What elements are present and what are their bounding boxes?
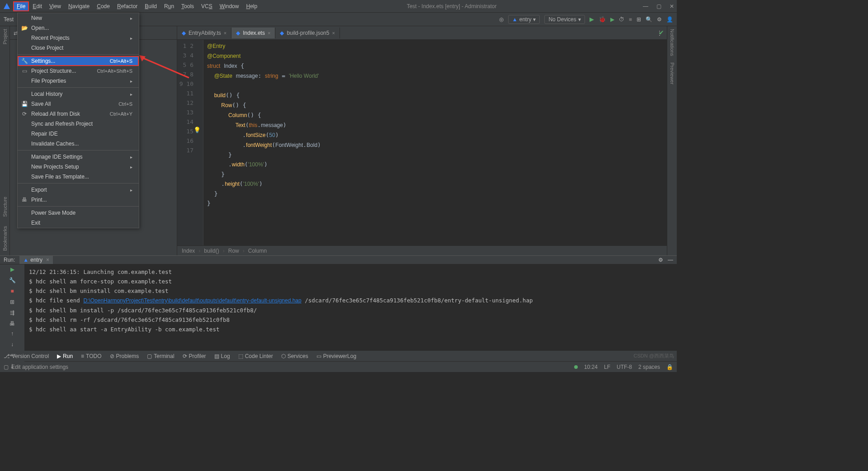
down-icon[interactable]: ↓ [11,341,14,348]
file-menu-exit[interactable]: Exit [18,218,139,228]
fold-column [197,40,203,245]
status-line-ending[interactable]: LF [604,364,610,370]
layout-icon[interactable]: ⊞ [10,299,14,305]
editor-tabs: ◆EntryAbility.ts×◆Index.ets×◆build-profi… [177,26,667,40]
file-menu-manage-ide-settings[interactable]: Manage IDE Settings▸ [18,152,139,162]
file-menu-new[interactable]: New▸ [18,13,139,23]
run-config-selector[interactable]: ▲entry▾ [508,15,540,24]
tool-code-linter[interactable]: ⬚Code Linter [238,353,273,359]
notifications-tab[interactable]: Notifications [670,29,675,56]
status-icon[interactable]: ▢ [4,364,9,370]
filter-icon[interactable]: ⇶ [10,310,14,316]
menu-file[interactable]: File [14,2,28,11]
menu-tools[interactable]: Tools [178,2,197,11]
tool-previewerlog[interactable]: ▭PreviewerLog [316,353,356,359]
analysis-ok-icon[interactable]: ✔ [659,29,664,36]
file-menu-save-file-as-template-[interactable]: Save File as Template... [18,172,139,182]
maximize-button[interactable]: ▢ [656,3,661,9]
structure-tab[interactable]: Structure [2,197,8,217]
menu-window[interactable]: Window [217,2,242,11]
run-hide-icon[interactable]: — [668,257,673,263]
crumb-Row[interactable]: Row [228,248,239,254]
file-menu-repair-ide[interactable]: Repair IDE [18,129,139,139]
up-icon[interactable]: ↑ [11,330,14,337]
status-readonly-icon[interactable]: 🔒 [666,364,673,370]
run-panel-label: Run: [4,257,15,263]
debug-icon[interactable]: 🐞 [599,16,606,23]
tab-build-profile-json5[interactable]: ◆build-profile.json5× [275,28,340,38]
device-selector[interactable]: No Devices▾ [544,15,585,24]
settings-icon[interactable]: ⚙ [657,16,662,23]
status-dot-icon [574,365,578,369]
file-menu-sync-and-refresh-project[interactable]: Sync and Refresh Project [18,119,139,129]
file-menu-dropdown: New▸📂Open...Recent Projects▸Close Projec… [17,13,139,228]
status-indent[interactable]: 2 spaces [638,364,660,370]
file-menu-local-history[interactable]: Local History▸ [18,89,139,99]
file-menu-print-[interactable]: 🖶Print... [18,195,139,205]
file-menu-power-save-mode[interactable]: Power Save Mode [18,208,139,218]
file-menu-file-properties[interactable]: File Properties▸ [18,76,139,86]
file-menu-invalidate-caches-[interactable]: Invalidate Caches... [18,139,139,149]
crumb-Index[interactable]: Index [182,248,195,254]
profile-icon[interactable]: ⏱ [619,16,624,23]
left-tool-strip: Project Structure Bookmarks [0,26,10,255]
avatar-icon[interactable]: 👤 [666,16,673,23]
status-charset[interactable]: UTF-8 [617,364,632,370]
run-panel: Run: ▲entry× ⚙ — ▶ 🔧 ■ ⊞ ⇶ 🖶 ↑ ↓ ↩ ⤓ ✎ 🗑… [0,255,677,350]
menu-refactor[interactable]: Refactor [114,2,141,11]
tool-log[interactable]: ▤Log [214,353,230,359]
tool-version-control[interactable]: ⎇Version Control [4,353,49,359]
sync-icon[interactable]: ⊞ [637,16,641,23]
intention-bulb-icon[interactable]: 💡 [193,125,201,135]
tool-problems[interactable]: ⊘Problems [110,353,139,359]
print-icon[interactable]: 🖶 [9,320,15,327]
code-breadcrumbs[interactable]: Index›build()›Row›Column [177,245,667,255]
run-gear-icon[interactable]: ⚙ [658,257,663,263]
file-menu-recent-projects[interactable]: Recent Projects▸ [18,33,139,43]
minimize-button[interactable]: — [643,3,648,9]
wrench-icon[interactable]: 🔧 [9,277,16,283]
menu-help[interactable]: Help [243,2,260,11]
menu-edit[interactable]: Edit [29,2,45,11]
file-menu-reload-all-from-disk[interactable]: ⟳Reload All from DiskCtrl+Alt+Y [18,109,139,119]
tool-run[interactable]: ▶Run [57,353,73,359]
code-editor[interactable]: 💡@Entry @Component struct Index { @State… [203,40,667,245]
file-menu-settings-[interactable]: 🔧Settings...Ctrl+Alt+S [18,56,139,66]
tool-profiler[interactable]: ⟳Profiler [183,353,206,359]
line-gutter: 1 2 3 4 5 6 7 8 9 10 11 12 13 14 15 16 1… [177,40,197,245]
menu-vcs[interactable]: VCS [198,2,216,11]
menu-code[interactable]: Code [94,2,113,11]
menu-navigate[interactable]: Navigate [65,2,93,11]
menu-run[interactable]: Run [161,2,177,11]
tool-terminal[interactable]: ▢Terminal [147,353,174,359]
rerun-icon[interactable]: ▶ [10,266,14,273]
menu-view[interactable]: View [46,2,64,11]
file-menu-close-project[interactable]: Close Project [18,43,139,53]
menubar: FileEditViewNavigateCodeRefactorBuildRun… [14,2,260,11]
run-tab-entry[interactable]: ▲entry× [19,256,53,264]
stop-icon[interactable]: ■ [629,16,632,23]
close-button[interactable]: ✕ [670,3,674,9]
project-tab[interactable]: Project [2,29,8,44]
target-icon[interactable]: ◎ [499,16,504,23]
tab-Index-ets[interactable]: ◆Index.ets× [231,28,275,38]
file-menu-export[interactable]: Export▸ [18,185,139,195]
bookmarks-tab[interactable]: Bookmarks [2,226,8,251]
stop-run-icon[interactable]: ■ [10,288,14,294]
breadcrumb[interactable]: Test [4,16,14,23]
previewer-tab[interactable]: Previewer [670,62,675,85]
crumb-build()[interactable]: build() [204,248,219,254]
menu-build[interactable]: Build [142,2,160,11]
tool-services[interactable]: ⬡Services [281,353,308,359]
file-menu-new-projects-setup[interactable]: New Projects Setup▸ [18,162,139,172]
crumb-Column[interactable]: Column [248,248,267,254]
run-icon[interactable]: ▶ [590,16,594,23]
tab-EntryAbility-ts[interactable]: ◆EntryAbility.ts× [177,28,231,38]
file-menu-open-[interactable]: 📂Open... [18,23,139,33]
search-icon[interactable]: 🔍 [646,16,652,23]
status-message: Edit application settings [11,364,68,370]
tool-todo[interactable]: ≡TODO [81,353,101,359]
file-menu-save-all[interactable]: 💾Save AllCtrl+S [18,99,139,109]
file-menu-project-structure-[interactable]: ▭Project Structure...Ctrl+Alt+Shift+S [18,66,139,76]
coverage-icon[interactable]: ▶ [610,16,614,23]
